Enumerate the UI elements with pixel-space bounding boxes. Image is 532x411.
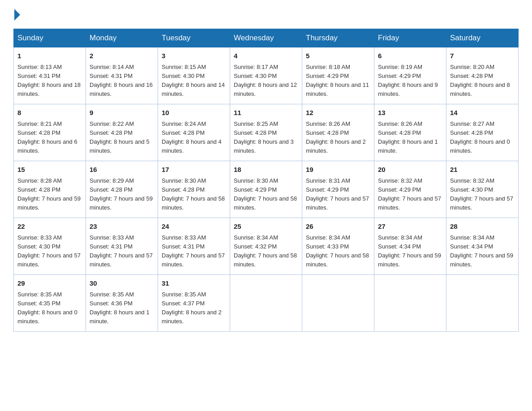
day-info: Sunrise: 8:25 AMSunset: 4:28 PMDaylight:… (234, 120, 298, 156)
day-info: Sunrise: 8:32 AMSunset: 4:30 PMDaylight:… (450, 176, 515, 213)
day-info: Sunrise: 8:14 AMSunset: 4:31 PMDaylight:… (90, 63, 154, 99)
day-info: Sunrise: 8:33 AMSunset: 4:31 PMDaylight:… (162, 233, 226, 270)
day-info: Sunrise: 8:34 AMSunset: 4:34 PMDaylight:… (378, 233, 442, 270)
day-number: 28 (450, 222, 515, 232)
day-cell: 18Sunrise: 8:30 AMSunset: 4:29 PMDayligh… (230, 161, 302, 218)
day-cell: 13Sunrise: 8:26 AMSunset: 4:28 PMDayligh… (374, 104, 446, 161)
day-info: Sunrise: 8:30 AMSunset: 4:29 PMDaylight:… (234, 176, 298, 213)
header-row: SundayMondayTuesdayWednesdayThursdayFrid… (14, 29, 519, 47)
day-info: Sunrise: 8:28 AMSunset: 4:28 PMDaylight:… (17, 176, 82, 213)
day-info: Sunrise: 8:35 AMSunset: 4:37 PMDaylight:… (162, 290, 226, 326)
day-number: 13 (378, 108, 442, 118)
day-number: 22 (17, 222, 82, 232)
logo-arrow-icon (14, 9, 20, 21)
day-cell: 15Sunrise: 8:28 AMSunset: 4:28 PMDayligh… (14, 161, 86, 218)
day-number: 4 (234, 51, 298, 61)
day-cell: 23Sunrise: 8:33 AMSunset: 4:31 PMDayligh… (86, 218, 158, 275)
day-info: Sunrise: 8:31 AMSunset: 4:29 PMDaylight:… (306, 176, 370, 213)
day-number: 12 (306, 108, 370, 118)
day-cell: 31Sunrise: 8:35 AMSunset: 4:37 PMDayligh… (158, 275, 230, 332)
day-info: Sunrise: 8:26 AMSunset: 4:28 PMDaylight:… (306, 120, 370, 156)
day-cell: 26Sunrise: 8:34 AMSunset: 4:33 PMDayligh… (302, 218, 374, 275)
day-cell: 24Sunrise: 8:33 AMSunset: 4:31 PMDayligh… (158, 218, 230, 275)
day-cell: 9Sunrise: 8:22 AMSunset: 4:28 PMDaylight… (86, 104, 158, 161)
day-info: Sunrise: 8:24 AMSunset: 4:28 PMDaylight:… (162, 120, 226, 156)
day-info: Sunrise: 8:13 AMSunset: 4:31 PMDaylight:… (17, 63, 82, 99)
day-info: Sunrise: 8:20 AMSunset: 4:28 PMDaylight:… (450, 63, 515, 99)
day-info: Sunrise: 8:34 AMSunset: 4:32 PMDaylight:… (234, 233, 298, 270)
day-number: 10 (162, 108, 226, 118)
day-cell: 12Sunrise: 8:26 AMSunset: 4:28 PMDayligh… (302, 104, 374, 161)
day-info: Sunrise: 8:29 AMSunset: 4:28 PMDaylight:… (90, 176, 154, 213)
day-number: 16 (90, 165, 154, 175)
day-cell: 28Sunrise: 8:34 AMSunset: 4:34 PMDayligh… (446, 218, 519, 275)
day-cell: 6Sunrise: 8:19 AMSunset: 4:29 PMDaylight… (374, 47, 446, 104)
day-cell: 27Sunrise: 8:34 AMSunset: 4:34 PMDayligh… (374, 218, 446, 275)
logo (13, 9, 20, 21)
day-info: Sunrise: 8:35 AMSunset: 4:36 PMDaylight:… (90, 290, 154, 326)
day-info: Sunrise: 8:35 AMSunset: 4:35 PMDaylight:… (17, 290, 82, 326)
day-cell: 7Sunrise: 8:20 AMSunset: 4:28 PMDaylight… (446, 47, 519, 104)
day-info: Sunrise: 8:18 AMSunset: 4:29 PMDaylight:… (306, 63, 370, 99)
day-cell: 3Sunrise: 8:15 AMSunset: 4:30 PMDaylight… (158, 47, 230, 104)
day-cell (374, 275, 446, 332)
day-cell (302, 275, 374, 332)
day-cell: 22Sunrise: 8:33 AMSunset: 4:30 PMDayligh… (14, 218, 86, 275)
day-number: 26 (306, 222, 370, 232)
week-row-5: 29Sunrise: 8:35 AMSunset: 4:35 PMDayligh… (14, 275, 519, 332)
day-number: 14 (450, 108, 515, 118)
day-cell: 29Sunrise: 8:35 AMSunset: 4:35 PMDayligh… (14, 275, 86, 332)
day-number: 5 (306, 51, 370, 61)
day-info: Sunrise: 8:34 AMSunset: 4:34 PMDaylight:… (450, 233, 515, 270)
header-cell-monday: Monday (86, 29, 158, 47)
day-cell: 14Sunrise: 8:27 AMSunset: 4:28 PMDayligh… (446, 104, 519, 161)
day-cell: 19Sunrise: 8:31 AMSunset: 4:29 PMDayligh… (302, 161, 374, 218)
day-number: 19 (306, 165, 370, 175)
day-info: Sunrise: 8:19 AMSunset: 4:29 PMDaylight:… (378, 63, 442, 99)
day-cell: 25Sunrise: 8:34 AMSunset: 4:32 PMDayligh… (230, 218, 302, 275)
day-number: 15 (17, 165, 82, 175)
header-cell-wednesday: Wednesday (230, 29, 302, 47)
day-info: Sunrise: 8:34 AMSunset: 4:33 PMDaylight:… (306, 233, 370, 270)
day-number: 25 (234, 222, 298, 232)
day-number: 21 (450, 165, 515, 175)
header-cell-sunday: Sunday (14, 29, 86, 47)
week-row-2: 8Sunrise: 8:21 AMSunset: 4:28 PMDaylight… (14, 104, 519, 161)
day-info: Sunrise: 8:26 AMSunset: 4:28 PMDaylight:… (378, 120, 442, 156)
day-number: 7 (450, 51, 515, 61)
day-number: 24 (162, 222, 226, 232)
day-number: 2 (90, 51, 154, 61)
day-cell: 8Sunrise: 8:21 AMSunset: 4:28 PMDaylight… (14, 104, 86, 161)
day-cell: 21Sunrise: 8:32 AMSunset: 4:30 PMDayligh… (446, 161, 519, 218)
day-info: Sunrise: 8:22 AMSunset: 4:28 PMDaylight:… (90, 120, 154, 156)
day-number: 31 (162, 278, 226, 289)
day-info: Sunrise: 8:33 AMSunset: 4:31 PMDaylight:… (90, 233, 154, 270)
day-number: 8 (17, 108, 82, 118)
day-number: 6 (378, 51, 442, 61)
day-cell: 1Sunrise: 8:13 AMSunset: 4:31 PMDaylight… (14, 47, 86, 104)
day-cell: 2Sunrise: 8:14 AMSunset: 4:31 PMDaylight… (86, 47, 158, 104)
day-cell: 4Sunrise: 8:17 AMSunset: 4:30 PMDaylight… (230, 47, 302, 104)
day-cell: 30Sunrise: 8:35 AMSunset: 4:36 PMDayligh… (86, 275, 158, 332)
day-cell: 10Sunrise: 8:24 AMSunset: 4:28 PMDayligh… (158, 104, 230, 161)
day-number: 1 (17, 51, 82, 61)
day-number: 9 (90, 108, 154, 118)
day-number: 27 (378, 222, 442, 232)
day-number: 3 (162, 51, 226, 61)
header-cell-saturday: Saturday (446, 29, 519, 47)
day-cell: 16Sunrise: 8:29 AMSunset: 4:28 PMDayligh… (86, 161, 158, 218)
day-cell: 11Sunrise: 8:25 AMSunset: 4:28 PMDayligh… (230, 104, 302, 161)
day-cell: 17Sunrise: 8:30 AMSunset: 4:28 PMDayligh… (158, 161, 230, 218)
day-cell (446, 275, 519, 332)
day-cell (230, 275, 302, 332)
day-number: 29 (17, 278, 82, 289)
week-row-4: 22Sunrise: 8:33 AMSunset: 4:30 PMDayligh… (14, 218, 519, 275)
calendar-table: SundayMondayTuesdayWednesdayThursdayFrid… (13, 29, 519, 332)
day-number: 11 (234, 108, 298, 118)
day-info: Sunrise: 8:15 AMSunset: 4:30 PMDaylight:… (162, 63, 226, 99)
day-info: Sunrise: 8:27 AMSunset: 4:28 PMDaylight:… (450, 120, 515, 156)
day-number: 23 (90, 222, 154, 232)
header-cell-tuesday: Tuesday (158, 29, 230, 47)
header-cell-thursday: Thursday (302, 29, 374, 47)
day-number: 17 (162, 165, 226, 175)
